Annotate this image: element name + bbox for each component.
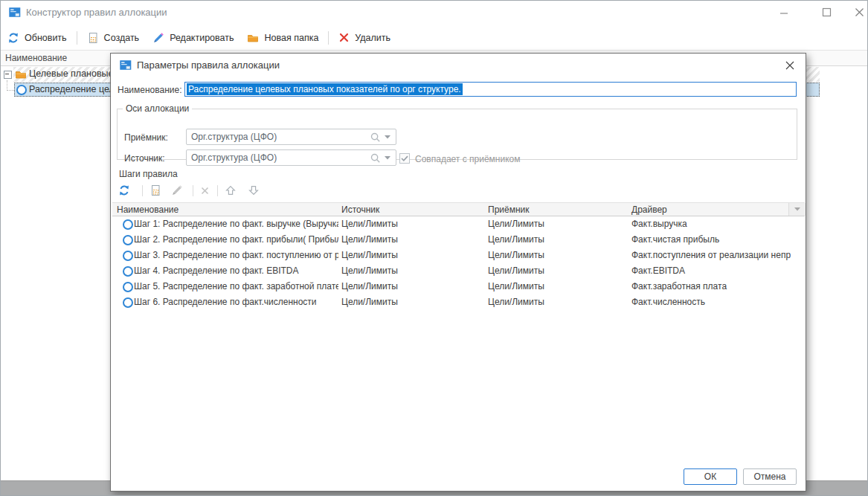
tree-collapse-toggle[interactable]: [4, 71, 12, 79]
step-receiver: Цели/Лимиты: [488, 219, 626, 229]
match-receiver-label: Совпадает с приёмником: [415, 154, 520, 164]
create-button[interactable]: Создать: [80, 28, 147, 48]
refresh-button[interactable]: Обновить: [1, 28, 74, 48]
dialog-title: Параметры правила аллокации: [137, 59, 280, 71]
minimize-icon: [779, 7, 788, 16]
app-icon: [8, 7, 21, 18]
step-name: Шаг 1: Распределение по факт. выручке (В…: [134, 219, 338, 229]
steps-add-button[interactable]: [149, 184, 162, 197]
window-titlebar: Конструктор правил аллокации: [1, 1, 867, 25]
delete-icon: [338, 32, 350, 43]
delete-button[interactable]: Удалить: [332, 28, 397, 48]
refresh-icon: [118, 184, 130, 196]
table-row[interactable]: Шаг 5. Распределение по факт. заработной…: [112, 279, 805, 294]
rule-circle-icon: [16, 85, 27, 95]
maximize-button[interactable]: [814, 1, 839, 23]
tree-folder-label: Целевые плановые п: [29, 68, 121, 79]
steps-delete-button-disabled[interactable]: [198, 184, 211, 197]
step-driver: Факт.чистая прибыль: [631, 234, 802, 245]
check-icon: [400, 154, 409, 163]
window-title: Конструктор правил аллокации: [26, 7, 167, 18]
allocation-rule-dialog: Параметры правила аллокации Наименование…: [110, 53, 806, 492]
table-row[interactable]: Шаг 1: Распределение по факт. выручке (В…: [112, 216, 805, 232]
dialog-icon: [119, 59, 132, 71]
column-header-source[interactable]: Источник: [341, 204, 379, 215]
refresh-label: Обновить: [25, 33, 67, 43]
delete-icon: [200, 186, 210, 196]
source-label: Источник:: [124, 153, 165, 164]
steps-toolbar-separator: [193, 185, 193, 196]
search-icon[interactable]: [370, 132, 380, 142]
arrow-down-icon: [248, 185, 259, 196]
receiver-value: Орг.структура (ЦФО): [187, 132, 370, 142]
close-icon: [855, 7, 864, 17]
steps-toolbar: [111, 181, 806, 201]
minimize-button[interactable]: [771, 1, 797, 23]
close-button[interactable]: [846, 1, 868, 23]
steps-section-label: Шаги правила: [119, 169, 178, 179]
name-field-label: Наименование:: [118, 85, 182, 95]
name-input[interactable]: Распределение целевых плановых показател…: [184, 82, 797, 97]
step-receiver: Цели/Лимиты: [488, 281, 626, 292]
column-header-receiver[interactable]: Приёмник: [488, 204, 530, 215]
match-receiver-checkbox[interactable]: [399, 153, 410, 164]
steps-grid-header: Наименование Источник Приёмник Драйвер: [112, 202, 805, 216]
allocation-axes-group: Оси аллокации Приёмник: Орг.структура (Ц…: [117, 103, 797, 160]
step-receiver: Цели/Лимиты: [488, 297, 626, 307]
steps-toolbar-separator: [142, 185, 143, 196]
step-circle-icon: [123, 266, 133, 277]
step-driver: Факт.заработная плата: [631, 281, 802, 292]
edit-button[interactable]: Редактировать: [146, 28, 240, 48]
search-icon[interactable]: [370, 153, 380, 163]
source-combo[interactable]: Орг.структура (ЦФО): [186, 149, 396, 166]
receiver-combo[interactable]: Орг.структура (ЦФО): [186, 129, 396, 145]
ok-button[interactable]: ОК: [684, 468, 737, 485]
step-receiver: Цели/Лимиты: [488, 250, 626, 260]
new-folder-label: Новая папка: [264, 33, 318, 43]
step-name: Шаг 5. Распределение по факт. заработной…: [134, 281, 338, 292]
new-document-icon: [87, 32, 99, 44]
new-document-icon: [150, 184, 161, 196]
dialog-titlebar: Параметры правила аллокации: [111, 54, 806, 76]
cancel-button[interactable]: Отмена: [743, 468, 797, 485]
maximize-icon: [822, 7, 832, 17]
steps-move-up-button[interactable]: [224, 184, 237, 197]
new-folder-button[interactable]: Новая папка: [240, 28, 325, 48]
steps-refresh-button[interactable]: [118, 184, 131, 197]
name-input-selected-text: Распределение целевых плановых показател…: [187, 83, 463, 95]
step-receiver: Цели/Лимиты: [488, 265, 626, 276]
table-row[interactable]: Шаг 6. Распределение по факт.численности…: [112, 294, 805, 310]
step-source: Цели/Лимиты: [341, 219, 479, 229]
steps-edit-button-disabled[interactable]: [170, 184, 184, 197]
dialog-close-button[interactable]: [780, 57, 800, 74]
axes-legend: Оси аллокации: [123, 103, 192, 114]
table-row[interactable]: Шаг 4. Распределение по факт. EBITDA Цел…: [112, 263, 805, 279]
step-source: Цели/Лимиты: [341, 234, 479, 245]
step-circle-icon: [123, 251, 133, 261]
table-row[interactable]: Шаг 2. Распределение по факт. прибыли( П…: [112, 232, 805, 248]
step-driver: Факт.поступления от реализации непр: [631, 250, 802, 260]
step-name: Шаг 6. Распределение по факт.численности: [134, 297, 338, 307]
toolbar-separator: [328, 31, 329, 45]
column-header-name[interactable]: Наименование: [117, 204, 179, 215]
pencil-icon: [171, 184, 183, 196]
main-toolbar: Обновить Создать Редактировать Новая пап…: [1, 25, 867, 51]
step-circle-icon: [123, 282, 133, 292]
app-window: Конструктор правил аллокации Обновить Со…: [0, 0, 868, 496]
table-row[interactable]: Шаг 3. Распределение по факт. поступлени…: [112, 248, 805, 263]
step-source: Цели/Лимиты: [341, 250, 479, 260]
chevron-down-icon[interactable]: [385, 156, 390, 160]
grid-filter-button[interactable]: [788, 203, 806, 216]
steps-move-down-button[interactable]: [247, 184, 260, 197]
close-icon: [785, 60, 795, 71]
pencil-icon: [152, 32, 164, 44]
source-value: Орг.структура (ЦФО): [187, 152, 370, 163]
column-header-driver[interactable]: Драйвер: [631, 204, 667, 215]
refresh-icon: [7, 32, 19, 44]
chevron-down-icon[interactable]: [385, 135, 390, 139]
delete-label: Удалить: [355, 33, 390, 43]
folder-icon: [247, 32, 259, 44]
tree-item-label: Распределение цел: [29, 84, 115, 94]
step-name: Шаг 4. Распределение по факт. EBITDA: [134, 265, 338, 276]
step-driver: Факт.EBITDA: [631, 265, 802, 276]
